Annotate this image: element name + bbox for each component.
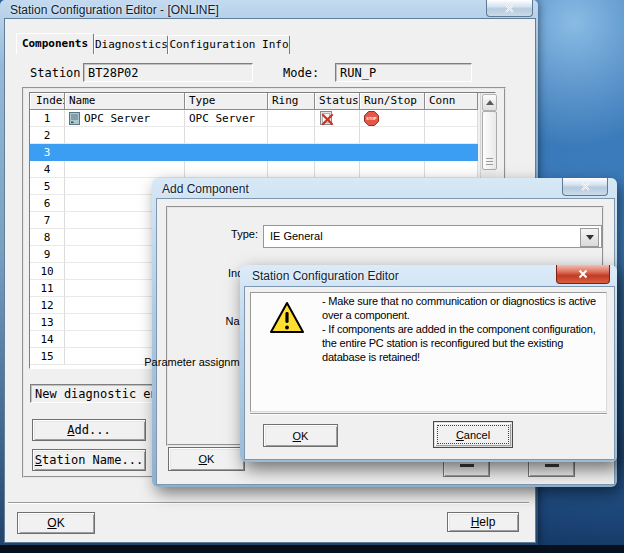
window-title: Station Configuration Editor - [ONLINE] [10, 3, 219, 17]
table-row[interactable]: 4 [30, 161, 478, 178]
table-cell: 4 [30, 161, 65, 178]
table-header: Index Name Type Ring Status Run/Stop Con… [30, 93, 478, 110]
table-cell [315, 110, 360, 127]
table-cell [315, 144, 360, 161]
table-cell: 12 [30, 297, 65, 314]
table-cell [65, 144, 185, 161]
help-button[interactable]: Help [447, 512, 519, 532]
table-cell: 9 [30, 246, 65, 263]
scroll-up-icon[interactable] [482, 94, 497, 111]
column-header-index[interactable]: Index [30, 93, 65, 110]
station-name-button[interactable]: Station Name... [32, 449, 146, 471]
table-cell [185, 127, 268, 144]
table-cell: 14 [30, 331, 65, 348]
mode-label: Mode: [283, 66, 319, 80]
table-cell [425, 127, 478, 144]
table-row[interactable]: 1OPC ServerOPC ServerSTOP [30, 110, 478, 127]
close-icon[interactable] [562, 178, 608, 196]
table-cell [268, 144, 315, 161]
table-cell: 1 [30, 110, 65, 127]
desktop: Station Configuration Editor - [ONLINE] … [0, 0, 624, 553]
table-cell: 6 [30, 195, 65, 212]
table-cell [185, 144, 268, 161]
table-cell: 10 [30, 263, 65, 280]
table-cell [268, 127, 315, 144]
scrollbar-thumb[interactable] [482, 111, 497, 170]
dialog-ok-button[interactable]: OK [168, 447, 245, 471]
column-header-name[interactable]: Name [65, 93, 185, 110]
station-label: Station: [30, 66, 88, 80]
help-button-fragment[interactable] [528, 462, 575, 477]
table-cell [315, 161, 360, 178]
type-label: Type: [231, 228, 258, 240]
table-cell [185, 161, 268, 178]
table-cell: 5 [30, 178, 65, 195]
warning-ok-button[interactable]: OK [263, 424, 338, 447]
table-cell: 2 [30, 127, 65, 144]
bottom-separator [8, 502, 529, 504]
ok-button[interactable]: OK [17, 512, 95, 534]
warning-cancel-button[interactable]: Cancel [433, 421, 513, 448]
table-cell [65, 127, 185, 144]
type-combobox[interactable]: IE General [263, 225, 602, 248]
table-cell [268, 161, 315, 178]
table-cell [425, 110, 478, 127]
column-header-conn[interactable]: Conn [425, 93, 478, 110]
close-icon[interactable] [486, 0, 533, 17]
desktop-bottom-strip [0, 545, 624, 553]
table-cell: OPC Server [185, 110, 268, 127]
warning-triangle-icon [268, 300, 306, 340]
column-header-type[interactable]: Type [185, 93, 268, 110]
table-cell: 8 [30, 229, 65, 246]
close-icon[interactable] [556, 265, 610, 284]
chevron-down-icon[interactable] [580, 228, 599, 247]
type-value: IE General [270, 230, 323, 242]
table-row[interactable]: 3 [30, 144, 478, 161]
table-cell [315, 127, 360, 144]
column-header-status[interactable]: Status [315, 93, 360, 110]
thumb-grip-icon [486, 158, 493, 165]
table-cell: 13 [30, 314, 65, 331]
warning-dialog: Station Configuration Editor - Make sure… [240, 265, 617, 462]
table-cell [268, 110, 315, 127]
table-cell: 11 [30, 280, 65, 297]
dialog-title: Add Component [162, 182, 249, 196]
table-cell: OPC Server [65, 110, 185, 127]
close-x-glyph [581, 182, 590, 191]
disconnected-icon [319, 111, 334, 126]
table-cell: STOP [360, 110, 425, 127]
close-x-glyph [578, 269, 588, 279]
table-cell: 7 [30, 212, 65, 229]
table-cell: 15 [30, 348, 65, 365]
close-x-glyph [505, 4, 514, 13]
stop-icon: STOP [364, 111, 379, 126]
svg-text:STOP: STOP [366, 117, 377, 121]
tab-diagnostics[interactable]: Diagnostics [94, 35, 168, 54]
mode-field[interactable]: RUN_P [335, 63, 472, 82]
station-field[interactable]: BT28P02 [83, 63, 253, 82]
table-row[interactable]: 2 [30, 127, 478, 144]
server-icon [69, 112, 80, 125]
table-cell [360, 161, 425, 178]
dialog-separator [250, 413, 607, 415]
table-cell: 3 [30, 144, 65, 161]
column-header-runstop[interactable]: Run/Stop [360, 93, 425, 110]
cancel-button-fragment[interactable] [443, 462, 490, 477]
table-cell [360, 144, 425, 161]
tab-configuration-info[interactable]: Configuration Info [168, 35, 290, 54]
column-header-ring[interactable]: Ring [268, 93, 315, 110]
table-cell [425, 144, 478, 161]
dialog-title: Station Configuration Editor [252, 269, 399, 283]
table-cell [65, 161, 185, 178]
add-button[interactable]: Add... [32, 419, 146, 441]
warning-message: - Make sure that no communication or dia… [322, 294, 607, 364]
table-cell [360, 127, 425, 144]
tab-components[interactable]: Components [16, 33, 94, 54]
table-cell [425, 161, 478, 178]
